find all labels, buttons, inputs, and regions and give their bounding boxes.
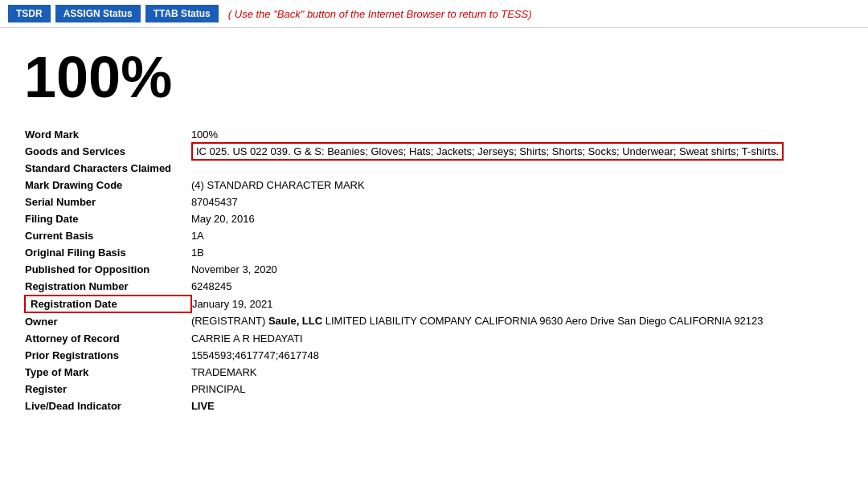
published-opposition-label: Published for Opposition (25, 261, 191, 278)
standard-chars-row: Standard Characters Claimed (25, 160, 843, 177)
type-of-mark-value: TRADEMARK (191, 364, 843, 381)
current-basis-row: Current Basis 1A (25, 227, 843, 244)
registration-number-value: 6248245 (191, 278, 843, 296)
assign-status-button[interactable]: ASSIGN Status (55, 5, 141, 22)
filing-date-row: Filing Date May 20, 2016 (25, 210, 843, 227)
trademark-title: 100% (24, 44, 844, 110)
original-filing-basis-row: Original Filing Basis 1B (25, 244, 843, 261)
owner-row: Owner (REGISTRANT) Saule, LLC LIMITED LI… (25, 312, 843, 330)
published-opposition-value: November 3, 2020 (191, 261, 843, 278)
attorney-value: CARRIE A R HEDAYATI (191, 330, 843, 347)
standard-chars-label: Standard Characters Claimed (25, 160, 191, 177)
goods-services-highlighted: IC 025. US 022 039. G & S: Beanies; Glov… (191, 142, 784, 161)
registration-date-label: Registration Date (25, 296, 191, 312)
filing-date-value: May 20, 2016 (191, 210, 843, 227)
word-mark-label: Word Mark (25, 126, 191, 143)
owner-label: Owner (25, 312, 191, 330)
standard-chars-value (191, 160, 843, 177)
original-filing-basis-label: Original Filing Basis (25, 244, 191, 261)
word-mark-row: Word Mark 100% (25, 126, 843, 143)
prior-registrations-row: Prior Registrations 1554593;4617747;4617… (25, 347, 843, 364)
main-content: 100% Word Mark 100% Goods and Services I… (0, 28, 868, 430)
type-of-mark-label: Type of Mark (25, 364, 191, 381)
original-filing-basis-value: 1B (191, 244, 843, 261)
tsdr-button[interactable]: TSDR (8, 5, 51, 22)
trademark-data-table: Word Mark 100% Goods and Services IC 025… (24, 126, 844, 414)
register-label: Register (25, 381, 191, 398)
mark-drawing-code-row: Mark Drawing Code (4) STANDARD CHARACTER… (25, 177, 843, 194)
mark-drawing-code-label: Mark Drawing Code (25, 177, 191, 194)
serial-number-value: 87045437 (191, 194, 843, 210)
mark-drawing-code-value: (4) STANDARD CHARACTER MARK (191, 177, 843, 194)
goods-services-row: Goods and Services IC 025. US 022 039. G… (25, 143, 843, 160)
serial-number-row: Serial Number 87045437 (25, 194, 843, 210)
attorney-row: Attorney of Record CARRIE A R HEDAYATI (25, 330, 843, 347)
current-basis-label: Current Basis (25, 227, 191, 244)
prior-registrations-value: 1554593;4617747;4617748 (191, 347, 843, 364)
owner-name-bold: Saule, LLC (268, 315, 322, 327)
goods-services-value: IC 025. US 022 039. G & S: Beanies; Glov… (191, 143, 843, 160)
registration-date-value: January 19, 2021 (191, 296, 843, 312)
prior-registrations-label: Prior Registrations (25, 347, 191, 364)
register-row: Register PRINCIPAL (25, 381, 843, 398)
live-dead-row: Live/Dead Indicator LIVE (25, 398, 843, 414)
ttab-status-button[interactable]: TTAB Status (145, 5, 219, 22)
owner-value: (REGISTRANT) Saule, LLC LIMITED LIABILIT… (191, 312, 843, 330)
toolbar: TSDR ASSIGN Status TTAB Status ( Use the… (0, 0, 868, 28)
attorney-label: Attorney of Record (25, 330, 191, 347)
type-of-mark-row: Type of Mark TRADEMARK (25, 364, 843, 381)
goods-services-label: Goods and Services (25, 143, 191, 160)
register-value: PRINCIPAL (191, 381, 843, 398)
serial-number-label: Serial Number (25, 194, 191, 210)
registration-date-row: Registration Date January 19, 2021 (25, 296, 843, 312)
registration-number-label: Registration Number (25, 278, 191, 296)
current-basis-value: 1A (191, 227, 843, 244)
filing-date-label: Filing Date (25, 210, 191, 227)
word-mark-value: 100% (191, 126, 843, 143)
toolbar-notice: ( Use the "Back" button of the Internet … (228, 8, 532, 20)
registration-number-row: Registration Number 6248245 (25, 278, 843, 296)
live-dead-value: LIVE (191, 398, 843, 414)
live-dead-label: Live/Dead Indicator (25, 398, 191, 414)
published-opposition-row: Published for Opposition November 3, 202… (25, 261, 843, 278)
